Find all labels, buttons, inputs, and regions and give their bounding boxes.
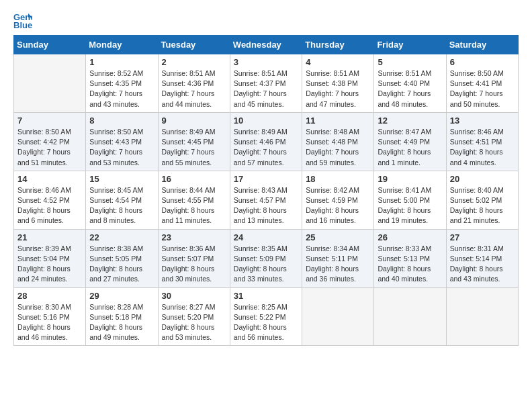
day-info: Sunrise: 8:50 AMSunset: 4:42 PMDaylight:… bbox=[17, 127, 82, 168]
calendar-cell: 6Sunrise: 8:50 AMSunset: 4:41 PMDaylight… bbox=[446, 54, 518, 113]
day-info: Sunrise: 8:43 AMSunset: 4:57 PMDaylight:… bbox=[234, 185, 298, 226]
day-header-tuesday: Tuesday bbox=[158, 36, 230, 54]
day-info: Sunrise: 8:45 AMSunset: 4:54 PMDaylight:… bbox=[89, 185, 154, 226]
day-info: Sunrise: 8:44 AMSunset: 4:55 PMDaylight:… bbox=[162, 185, 226, 226]
calendar-cell: 16Sunrise: 8:44 AMSunset: 4:55 PMDayligh… bbox=[158, 171, 230, 229]
day-number: 3 bbox=[234, 57, 298, 67]
calendar-cell: 18Sunrise: 8:42 AMSunset: 4:59 PMDayligh… bbox=[302, 171, 374, 229]
page-header: General Blue bbox=[13, 11, 519, 30]
day-number: 5 bbox=[378, 57, 442, 67]
calendar-cell: 14Sunrise: 8:46 AMSunset: 4:52 PMDayligh… bbox=[14, 171, 86, 229]
calendar-cell: 11Sunrise: 8:48 AMSunset: 4:48 PMDayligh… bbox=[302, 112, 374, 171]
day-info: Sunrise: 8:28 AMSunset: 5:18 PMDaylight:… bbox=[89, 302, 154, 343]
day-header-friday: Friday bbox=[374, 36, 446, 54]
calendar-cell: 5Sunrise: 8:51 AMSunset: 4:40 PMDaylight… bbox=[374, 54, 446, 113]
calendar-cell: 4Sunrise: 8:51 AMSunset: 4:38 PMDaylight… bbox=[302, 54, 374, 113]
calendar-week-row: 21Sunrise: 8:39 AMSunset: 5:04 PMDayligh… bbox=[14, 229, 519, 287]
day-number: 30 bbox=[162, 291, 226, 301]
calendar-cell: 25Sunrise: 8:34 AMSunset: 5:11 PMDayligh… bbox=[302, 229, 374, 287]
calendar-cell: 3Sunrise: 8:51 AMSunset: 4:37 PMDaylight… bbox=[230, 54, 302, 113]
day-number: 13 bbox=[450, 116, 515, 126]
day-info: Sunrise: 8:36 AMSunset: 5:07 PMDaylight:… bbox=[162, 244, 226, 285]
day-number: 4 bbox=[306, 57, 370, 67]
day-info: Sunrise: 8:35 AMSunset: 5:09 PMDaylight:… bbox=[234, 244, 298, 285]
day-number: 26 bbox=[378, 232, 442, 242]
calendar-cell: 2Sunrise: 8:51 AMSunset: 4:36 PMDaylight… bbox=[158, 54, 230, 113]
day-number: 28 bbox=[17, 291, 82, 301]
calendar-week-row: 7Sunrise: 8:50 AMSunset: 4:42 PMDaylight… bbox=[14, 112, 519, 171]
day-number: 1 bbox=[89, 57, 154, 67]
calendar-cell bbox=[302, 287, 374, 346]
day-info: Sunrise: 8:33 AMSunset: 5:13 PMDaylight:… bbox=[378, 244, 442, 285]
calendar-week-row: 1Sunrise: 8:52 AMSunset: 4:35 PMDaylight… bbox=[14, 54, 519, 113]
calendar-header-row: SundayMondayTuesdayWednesdayThursdayFrid… bbox=[14, 36, 519, 54]
day-info: Sunrise: 8:50 AMSunset: 4:43 PMDaylight:… bbox=[89, 127, 154, 168]
calendar-cell: 1Sunrise: 8:52 AMSunset: 4:35 PMDaylight… bbox=[86, 54, 158, 113]
calendar-cell: 28Sunrise: 8:30 AMSunset: 5:16 PMDayligh… bbox=[14, 287, 86, 346]
calendar-cell: 27Sunrise: 8:31 AMSunset: 5:14 PMDayligh… bbox=[446, 229, 518, 287]
day-info: Sunrise: 8:31 AMSunset: 5:14 PMDaylight:… bbox=[450, 244, 515, 285]
calendar-cell: 26Sunrise: 8:33 AMSunset: 5:13 PMDayligh… bbox=[374, 229, 446, 287]
logo: General Blue bbox=[13, 11, 35, 30]
day-number: 25 bbox=[306, 232, 370, 242]
day-number: 31 bbox=[234, 291, 298, 301]
calendar-cell: 20Sunrise: 8:40 AMSunset: 5:02 PMDayligh… bbox=[446, 171, 518, 229]
day-number: 18 bbox=[306, 174, 370, 184]
day-info: Sunrise: 8:30 AMSunset: 5:16 PMDaylight:… bbox=[17, 302, 82, 343]
day-number: 7 bbox=[17, 116, 82, 126]
day-number: 15 bbox=[89, 174, 154, 184]
day-info: Sunrise: 8:25 AMSunset: 5:22 PMDaylight:… bbox=[234, 302, 298, 343]
calendar-cell: 17Sunrise: 8:43 AMSunset: 4:57 PMDayligh… bbox=[230, 171, 302, 229]
day-number: 11 bbox=[306, 116, 370, 126]
calendar-cell: 31Sunrise: 8:25 AMSunset: 5:22 PMDayligh… bbox=[230, 287, 302, 346]
calendar-cell: 10Sunrise: 8:49 AMSunset: 4:46 PMDayligh… bbox=[230, 112, 302, 171]
day-header-wednesday: Wednesday bbox=[230, 36, 302, 54]
day-info: Sunrise: 8:47 AMSunset: 4:49 PMDaylight:… bbox=[378, 127, 442, 168]
calendar-cell: 8Sunrise: 8:50 AMSunset: 4:43 PMDaylight… bbox=[86, 112, 158, 171]
day-info: Sunrise: 8:51 AMSunset: 4:37 PMDaylight:… bbox=[234, 68, 298, 109]
day-number: 2 bbox=[162, 57, 226, 67]
calendar-cell: 19Sunrise: 8:41 AMSunset: 5:00 PMDayligh… bbox=[374, 171, 446, 229]
day-number: 16 bbox=[162, 174, 226, 184]
day-info: Sunrise: 8:41 AMSunset: 5:00 PMDaylight:… bbox=[378, 185, 442, 226]
day-number: 29 bbox=[89, 291, 154, 301]
calendar-cell: 13Sunrise: 8:46 AMSunset: 4:51 PMDayligh… bbox=[446, 112, 518, 171]
day-number: 17 bbox=[234, 174, 298, 184]
day-info: Sunrise: 8:49 AMSunset: 4:46 PMDaylight:… bbox=[234, 127, 298, 168]
day-info: Sunrise: 8:46 AMSunset: 4:51 PMDaylight:… bbox=[450, 127, 515, 168]
day-info: Sunrise: 8:49 AMSunset: 4:45 PMDaylight:… bbox=[162, 127, 226, 168]
calendar-cell: 15Sunrise: 8:45 AMSunset: 4:54 PMDayligh… bbox=[86, 171, 158, 229]
calendar-cell: 24Sunrise: 8:35 AMSunset: 5:09 PMDayligh… bbox=[230, 229, 302, 287]
day-info: Sunrise: 8:48 AMSunset: 4:48 PMDaylight:… bbox=[306, 127, 370, 168]
day-number: 24 bbox=[234, 232, 298, 242]
calendar-cell: 9Sunrise: 8:49 AMSunset: 4:45 PMDaylight… bbox=[158, 112, 230, 171]
calendar-week-row: 14Sunrise: 8:46 AMSunset: 4:52 PMDayligh… bbox=[14, 171, 519, 229]
day-info: Sunrise: 8:50 AMSunset: 4:41 PMDaylight:… bbox=[450, 68, 515, 109]
day-info: Sunrise: 8:34 AMSunset: 5:11 PMDaylight:… bbox=[306, 244, 370, 285]
calendar-cell: 21Sunrise: 8:39 AMSunset: 5:04 PMDayligh… bbox=[14, 229, 86, 287]
day-info: Sunrise: 8:38 AMSunset: 5:05 PMDaylight:… bbox=[89, 244, 154, 285]
day-info: Sunrise: 8:51 AMSunset: 4:36 PMDaylight:… bbox=[162, 68, 226, 109]
calendar-cell: 23Sunrise: 8:36 AMSunset: 5:07 PMDayligh… bbox=[158, 229, 230, 287]
calendar-cell bbox=[374, 287, 446, 346]
calendar-table: SundayMondayTuesdayWednesdayThursdayFrid… bbox=[13, 35, 519, 346]
day-info: Sunrise: 8:40 AMSunset: 5:02 PMDaylight:… bbox=[450, 185, 515, 226]
day-info: Sunrise: 8:52 AMSunset: 4:35 PMDaylight:… bbox=[89, 68, 154, 109]
day-number: 23 bbox=[162, 232, 226, 242]
day-number: 8 bbox=[89, 116, 154, 126]
day-number: 14 bbox=[17, 174, 82, 184]
calendar-cell: 22Sunrise: 8:38 AMSunset: 5:05 PMDayligh… bbox=[86, 229, 158, 287]
calendar-cell: 30Sunrise: 8:27 AMSunset: 5:20 PMDayligh… bbox=[158, 287, 230, 346]
day-info: Sunrise: 8:51 AMSunset: 4:38 PMDaylight:… bbox=[306, 68, 370, 109]
day-info: Sunrise: 8:27 AMSunset: 5:20 PMDaylight:… bbox=[162, 302, 226, 343]
logo-icon: General Blue bbox=[13, 11, 32, 30]
day-header-saturday: Saturday bbox=[446, 36, 518, 54]
day-header-sunday: Sunday bbox=[14, 36, 86, 54]
calendar-cell bbox=[14, 54, 86, 113]
day-number: 20 bbox=[450, 174, 515, 184]
calendar-cell: 7Sunrise: 8:50 AMSunset: 4:42 PMDaylight… bbox=[14, 112, 86, 171]
day-number: 19 bbox=[378, 174, 442, 184]
day-number: 10 bbox=[234, 116, 298, 126]
day-number: 27 bbox=[450, 232, 515, 242]
day-header-monday: Monday bbox=[86, 36, 158, 54]
